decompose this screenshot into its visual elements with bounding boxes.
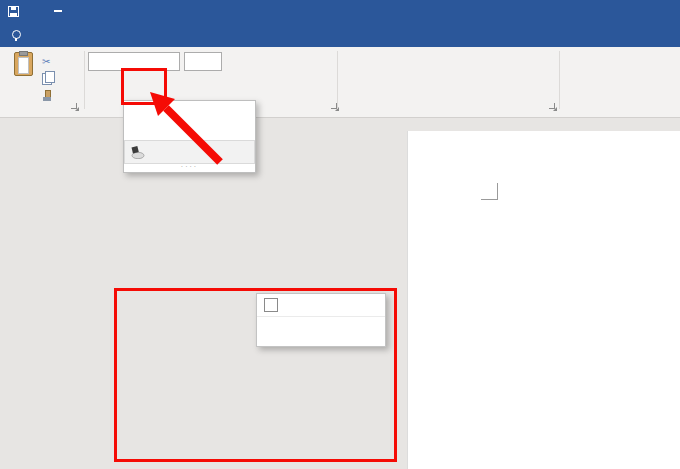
format-painter-icon [42,90,52,101]
automatic-color-item[interactable] [257,294,385,317]
font-name-select[interactable] [88,52,180,71]
windows-flag-icon [491,397,523,441]
more-underlines-item[interactable] [124,122,255,140]
underline-color-flyout [256,293,386,347]
tell-me-search[interactable] [12,22,27,47]
clipboard-dialog-launcher[interactable] [70,102,79,111]
quick-access-toolbar [8,0,62,22]
paragraph-dialog-launcher[interactable] [548,102,557,111]
document-page[interactable] [407,131,680,469]
save-icon [8,6,19,17]
underline-none-item[interactable] [124,104,255,122]
theme-colors-label [257,317,385,323]
paste-clipboard-icon [14,52,33,76]
font-size-select[interactable] [184,52,222,71]
cut-button[interactable]: ✂ [42,54,53,69]
save-button[interactable] [8,6,19,17]
margin-corner-mark [481,183,498,200]
ribbon: ✂ [0,47,680,118]
gallery-resize-handle[interactable]: ···· [124,164,255,172]
automatic-color-swatch [264,298,278,312]
underline-color-item[interactable] [124,140,255,164]
customize-qat-icon [54,10,62,13]
format-painter-button[interactable] [42,88,55,103]
copy-icon [42,73,52,85]
underline-dropdown-menu: ···· [123,100,256,173]
group-separator [84,51,85,109]
group-separator [559,51,560,109]
watermark [490,402,530,435]
copy-button[interactable] [42,71,55,86]
ribbon-tab-strip [0,22,680,47]
title-bar [0,0,680,22]
scissors-icon: ✂ [42,56,50,67]
more-colors-item[interactable] [257,332,385,342]
word-window: ✂ [0,0,680,469]
window-title [592,0,680,22]
lightbulb-icon [12,30,21,39]
group-separator [337,51,338,109]
paste-button[interactable] [6,52,40,100]
font-row-1 [88,52,226,71]
qat-customize-button[interactable] [54,10,62,13]
underline-color-pen-icon [131,146,145,159]
